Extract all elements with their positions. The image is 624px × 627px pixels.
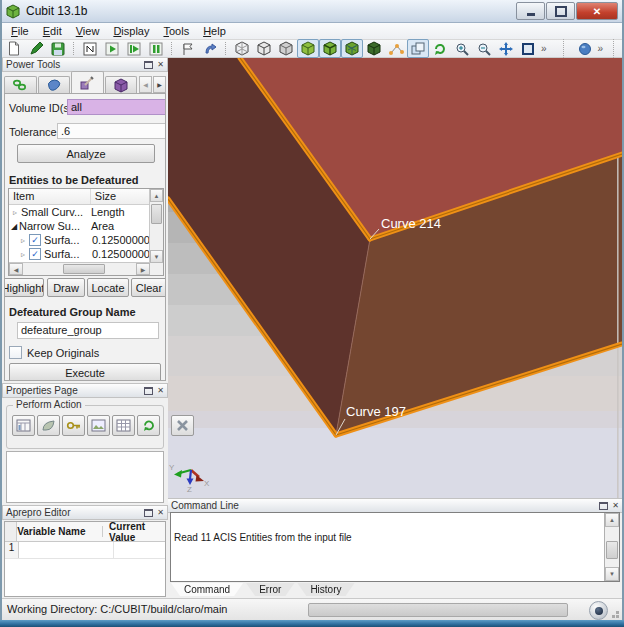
- tab-mesh-tools[interactable]: [38, 76, 71, 93]
- minimize-button[interactable]: [516, 2, 545, 20]
- execute-button[interactable]: Execute: [9, 363, 161, 381]
- zoom-out-button[interactable]: [473, 39, 495, 58]
- geometry-tree-button[interactable]: [12, 415, 35, 436]
- entities-horizontal-scrollbar[interactable]: ◀ ▶: [9, 262, 150, 275]
- view-mesh-button[interactable]: [341, 39, 363, 58]
- journal-editor-button[interactable]: [79, 39, 101, 58]
- geometry-overflow[interactable]: »: [598, 43, 604, 54]
- view-dark-button[interactable]: [363, 39, 385, 58]
- column-current-value[interactable]: Current Value: [103, 521, 165, 543]
- interrupt-button[interactable]: [589, 601, 608, 620]
- graphics-links-button[interactable]: [385, 39, 407, 58]
- analyze-button[interactable]: Analyze: [17, 144, 155, 163]
- menu-display[interactable]: Display: [106, 24, 156, 38]
- title-bar[interactable]: Cubit 13.1b ✕: [0, 0, 624, 23]
- pause-journal-button[interactable]: [145, 39, 167, 58]
- menu-help[interactable]: Help: [196, 24, 233, 38]
- tab-command[interactable]: Command: [171, 583, 243, 596]
- row-checkbox-checked[interactable]: ✓: [29, 234, 41, 246]
- table-row[interactable]: ▹ Small Curv... Length: [9, 205, 150, 219]
- tab-scroll-right[interactable]: ▶: [153, 76, 166, 93]
- float-panel-icon[interactable]: [599, 502, 608, 510]
- clear-button[interactable]: Clear: [131, 278, 166, 297]
- close-panel-icon[interactable]: ✕: [157, 387, 164, 395]
- zoom-in-button[interactable]: [451, 39, 473, 58]
- graphics-compose-button[interactable]: [407, 39, 429, 58]
- mesh-grid-button[interactable]: [112, 415, 135, 436]
- view-smooth-shade-button[interactable]: [275, 39, 297, 58]
- aprepro-row[interactable]: 1: [5, 542, 165, 559]
- view-wireframe-button[interactable]: [231, 39, 253, 58]
- menu-edit[interactable]: Edit: [36, 24, 69, 38]
- expander-collapsed-icon[interactable]: ▹: [21, 236, 29, 245]
- zoom-box-button[interactable]: [517, 39, 539, 58]
- draw-button[interactable]: Draw: [47, 278, 85, 297]
- key-properties-button[interactable]: [62, 415, 85, 436]
- column-variable-name[interactable]: Variable Name: [17, 526, 103, 537]
- tab-error[interactable]: Error: [246, 583, 294, 596]
- window-title: Cubit 13.1b: [26, 4, 87, 18]
- menu-file[interactable]: File: [4, 24, 36, 38]
- 3d-canvas[interactable]: Curve 214 Curve 197 Y X Z: [168, 58, 622, 499]
- variable-name-cell[interactable]: [19, 542, 114, 558]
- expander-collapsed-icon[interactable]: ▹: [21, 250, 29, 259]
- tolerance-label: Tolerance: [9, 126, 57, 138]
- clear-selection-button[interactable]: [171, 415, 194, 436]
- tab-scroll-left[interactable]: ◀: [139, 76, 152, 93]
- view-hidden-line-button[interactable]: [253, 39, 275, 58]
- float-panel-icon[interactable]: [144, 61, 153, 69]
- highlight-button[interactable]: Highlight: [4, 278, 44, 297]
- entities-vertical-scrollbar[interactable]: ▲ ▼: [149, 189, 163, 275]
- zoom-box-icon: [521, 42, 535, 56]
- new-file-button[interactable]: [3, 39, 25, 58]
- close-panel-icon[interactable]: ✕: [157, 61, 164, 69]
- resize-grip[interactable]: [616, 615, 619, 618]
- close-panel-icon[interactable]: ✕: [612, 502, 619, 510]
- image-view-button[interactable]: [87, 415, 110, 436]
- flag-button[interactable]: [177, 39, 199, 58]
- console-scrollbar[interactable]: ▲ ▼: [604, 513, 619, 581]
- window-frame-left: [0, 0, 2, 627]
- table-row[interactable]: ◢ Narrow Su... Area: [9, 219, 150, 233]
- close-button[interactable]: ✕: [576, 2, 618, 20]
- keep-originals-checkbox[interactable]: [9, 346, 22, 359]
- toolbar-overflow[interactable]: »: [541, 43, 547, 54]
- open-button[interactable]: [25, 39, 47, 58]
- tab-itemized[interactable]: [105, 76, 138, 93]
- surface-info-button[interactable]: [37, 415, 60, 436]
- menu-view[interactable]: View: [69, 24, 107, 38]
- tab-history[interactable]: History: [297, 583, 354, 596]
- maximize-button[interactable]: [546, 2, 575, 20]
- properties-list[interactable]: [6, 451, 164, 503]
- column-size[interactable]: Size: [91, 189, 150, 204]
- tab-geometry-repair[interactable]: [4, 76, 37, 93]
- float-panel-icon[interactable]: [144, 387, 153, 395]
- refresh-properties-button[interactable]: [137, 415, 160, 436]
- view-shaded-edges-button[interactable]: [319, 39, 341, 58]
- table-row[interactable]: ▹ ✓ Surfa... 0.12500000: [9, 247, 150, 261]
- undo-button[interactable]: [199, 39, 221, 58]
- volume-id-input[interactable]: all: [67, 99, 166, 115]
- tab-defeature[interactable]: [71, 71, 104, 93]
- column-item[interactable]: Item: [9, 189, 91, 204]
- expander-collapsed-icon[interactable]: ▹: [13, 208, 21, 217]
- view-shaded-button[interactable]: [297, 39, 319, 58]
- maximize-icon: [555, 6, 567, 17]
- graphics-viewport[interactable]: Curve 214 Curve 197 Y X Z: [168, 57, 622, 499]
- group-name-input[interactable]: defeature_group: [17, 322, 159, 339]
- refresh-graphics-button[interactable]: [429, 39, 451, 58]
- row-checkbox-checked[interactable]: ✓: [29, 248, 41, 260]
- geometry-sphere-button[interactable]: [574, 39, 596, 58]
- play-journal-button[interactable]: [101, 39, 123, 58]
- expander-expanded-icon[interactable]: ◢: [11, 222, 19, 231]
- locate-button[interactable]: Locate: [87, 278, 129, 297]
- save-button[interactable]: [47, 39, 69, 58]
- float-panel-icon[interactable]: [144, 509, 153, 517]
- console-output[interactable]: Read 11 ACIS Entities from the input fil…: [170, 512, 620, 582]
- step-journal-button[interactable]: [123, 39, 145, 58]
- tolerance-input[interactable]: .6: [57, 123, 166, 139]
- pan-button[interactable]: [495, 39, 517, 58]
- menu-tools[interactable]: Tools: [156, 24, 196, 38]
- close-panel-icon[interactable]: ✕: [157, 509, 164, 517]
- table-row[interactable]: ▹ ✓ Surfa... 0.12500000: [9, 233, 150, 247]
